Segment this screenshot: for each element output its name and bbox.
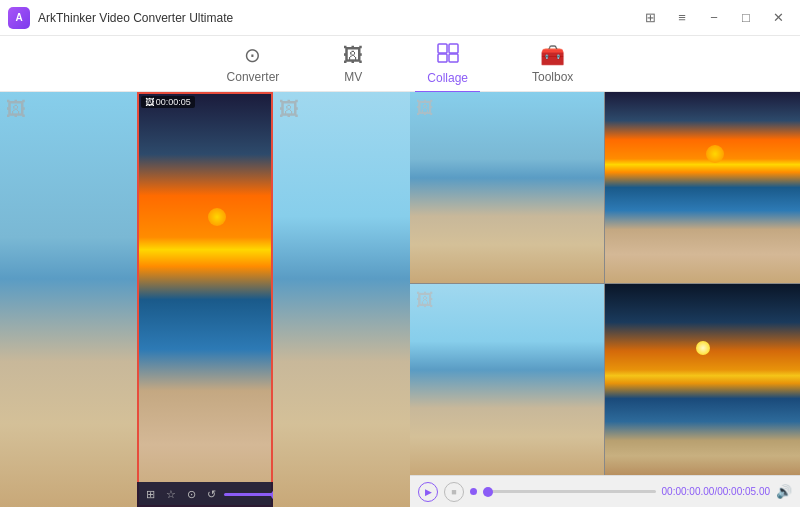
right-playback-controls: ▶ ■ 00:00:00.00/00:00:05.00 🔊 [410,475,800,507]
window-controls: ⊞ ≡ − □ ✕ [636,6,792,30]
grid-view-btn[interactable]: ⊞ [143,486,158,503]
sun-decoration [208,208,226,226]
app-title: ArkThinker Video Converter Ultimate [38,11,636,25]
time-total: 00:00:05.00 [717,486,770,497]
right-cell-3[interactable]: 🖼 [410,284,605,476]
settings-btn[interactable]: ⊙ [184,486,199,503]
star-btn[interactable]: ☆ [163,486,179,503]
add-icon-r1: 🖼 [416,98,434,119]
close-btn[interactable]: ✕ [764,6,792,30]
timestamp-badge: 🖼 00:00:05 [141,96,195,108]
add-icon-r3: 🖼 [416,290,434,311]
right-progress-slider[interactable] [483,490,656,493]
collage-area: 🖼 🖼 00:00:05 ⊞ ☆ ⊙ ↺ 🔊 ▣ [0,92,410,507]
main-layout: 🖼 🖼 00:00:05 ⊞ ☆ ⊙ ↺ 🔊 ▣ [0,92,800,507]
nav-collage[interactable]: Collage [415,39,480,89]
svg-rect-3 [449,54,458,62]
right-cell-2[interactable] [605,92,800,284]
right-volume-icon[interactable]: 🔊 [776,484,792,499]
nav-converter[interactable]: ⊙ Converter [215,39,292,88]
grid-btn[interactable]: ⊞ [636,6,664,30]
right-preview-grid: 🖼 🖼 [410,92,800,475]
mv-icon: 🖼 [343,44,363,67]
nav-toolbox[interactable]: 🧰 Toolbox [520,39,585,88]
rotate-btn[interactable]: ↺ [204,486,219,503]
right-panel: 🖼 🖼 ▶ ■ 00:00:00.00/00:00:05.00 🔊 [410,92,800,507]
right-play-btn[interactable]: ▶ [418,482,438,502]
toolbox-icon: 🧰 [540,43,565,67]
right-stop-btn[interactable]: ■ [444,482,464,502]
menu-btn[interactable]: ≡ [668,6,696,30]
left-panel: 🖼 🖼 00:00:05 ⊞ ☆ ⊙ ↺ 🔊 ▣ [0,92,410,507]
logo-letter: A [15,12,22,23]
right-cell-4[interactable] [605,284,800,476]
toolbox-label: Toolbox [532,70,573,84]
collage-cell-2-selected[interactable]: 🖼 00:00:05 ⊞ ☆ ⊙ ↺ 🔊 ▣ [137,92,274,507]
cell-progress-slider[interactable] [224,493,274,496]
cell-controls: ⊞ ☆ ⊙ ↺ 🔊 ▣ [137,482,274,507]
sun-r4 [696,341,710,355]
add-icon-1: 🖼 [6,98,26,121]
svg-rect-2 [438,54,447,62]
title-bar: A ArkThinker Video Converter Ultimate ⊞ … [0,0,800,36]
right-time-display: 00:00:00.00/00:00:05.00 [662,486,770,497]
main-nav: ⊙ Converter 🖼 MV Collage 🧰 Toolbox [0,36,800,92]
app-logo: A [8,7,30,29]
collage-label: Collage [427,71,468,85]
svg-rect-1 [449,44,458,53]
right-indicator-dot [470,488,477,495]
svg-rect-0 [438,44,447,53]
maximize-btn[interactable]: □ [732,6,760,30]
converter-icon: ⊙ [244,43,261,67]
nav-mv[interactable]: 🖼 MV [331,40,375,88]
collage-cell-1[interactable]: 🖼 [0,92,137,507]
timestamp-text: 00:00:05 [156,97,191,107]
collage-cell-3[interactable]: 🖼 [273,92,410,507]
converter-label: Converter [227,70,280,84]
collage-icon [437,43,459,68]
sun-r2 [706,145,724,163]
mv-label: MV [344,70,362,84]
minimize-btn[interactable]: − [700,6,728,30]
time-current: 00:00:00.00 [662,486,715,497]
right-cell-1[interactable]: 🖼 [410,92,605,284]
add-icon-3: 🖼 [279,98,299,121]
